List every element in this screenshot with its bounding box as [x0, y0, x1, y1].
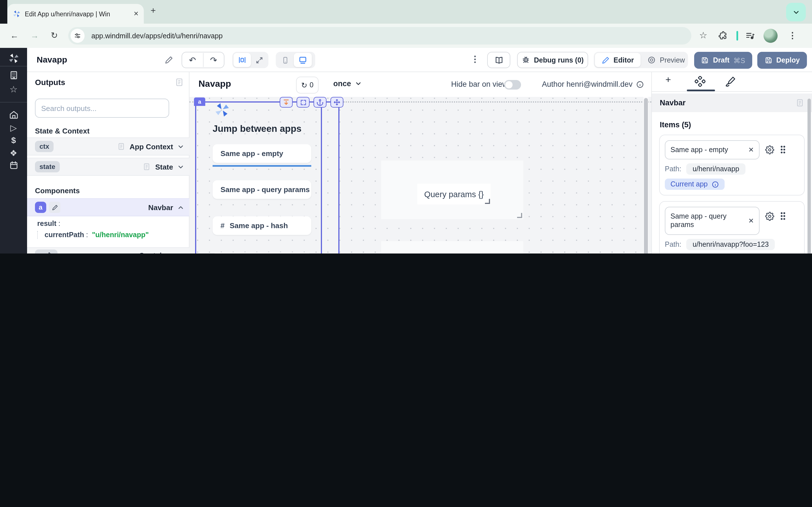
- item-path[interactable]: u/henri/navapp?foo=123: [686, 239, 775, 250]
- bookmark-star-icon[interactable]: ☆: [699, 31, 707, 41]
- centered-layout-button[interactable]: [234, 53, 251, 67]
- tab-search-button[interactable]: [786, 3, 806, 21]
- doc-icon[interactable]: [117, 143, 125, 151]
- state-badge: state: [35, 161, 60, 172]
- hide-bar-toggle[interactable]: [504, 80, 521, 90]
- address-bar[interactable]: app.windmill.dev/apps/edit/u/henri/navap…: [68, 27, 691, 45]
- sidebar-item-runs[interactable]: ▷: [0, 122, 27, 133]
- chevron-up-icon[interactable]: [177, 204, 185, 211]
- item-label-input[interactable]: Same app - empty ✕: [665, 140, 760, 159]
- browser-tab[interactable]: Edit App u/henri/navapp | Win ✕: [7, 4, 144, 24]
- chevron-down-icon[interactable]: [177, 143, 185, 150]
- anchor-component-button[interactable]: [313, 97, 326, 108]
- item-settings-gear-icon[interactable]: [765, 145, 774, 154]
- panel-doc-icon[interactable]: [796, 99, 804, 107]
- navbar-heading: Jump between apps: [213, 123, 301, 134]
- screen-corner: [0, 0, 7, 24]
- move-component-button[interactable]: [331, 97, 343, 108]
- output-row-ctx[interactable]: ctx App Context: [27, 137, 190, 156]
- chevron-down-icon: [354, 80, 362, 87]
- run-mode-dropdown[interactable]: once: [333, 79, 362, 88]
- docs-button[interactable]: [487, 52, 510, 68]
- state-context-header: State & Context: [35, 127, 90, 135]
- hash-container[interactable]: Hash:: [381, 241, 523, 253]
- chevron-down-icon: [792, 8, 800, 16]
- drag-guide-line: [338, 107, 340, 253]
- tab-component-settings-icon[interactable]: [695, 76, 705, 87]
- divider: [0, 66, 27, 66]
- chevron-down-icon[interactable]: [177, 251, 185, 253]
- url-text: app.windmill.dev/apps/edit/u/henri/navap…: [91, 32, 223, 40]
- avatar[interactable]: [763, 29, 777, 43]
- draft-button[interactable]: Draft ⌘S: [694, 52, 752, 69]
- fullwidth-layout-button[interactable]: [251, 53, 268, 67]
- nav-button-hash[interactable]: #Same app - hash: [213, 216, 311, 235]
- expand-down-button[interactable]: [280, 97, 293, 108]
- chevron-down-icon[interactable]: [177, 163, 185, 170]
- edit-title-pencil-icon[interactable]: [165, 56, 173, 64]
- desktop-view-button[interactable]: [294, 53, 312, 67]
- output-row-state[interactable]: state State: [27, 158, 190, 176]
- item-label-input[interactable]: Same app - query params ✕: [665, 207, 760, 235]
- sidebar-item-schedules[interactable]: [0, 161, 27, 170]
- new-tab-button[interactable]: +: [151, 6, 156, 16]
- clear-label-icon[interactable]: ✕: [748, 217, 754, 225]
- tab-close-icon[interactable]: ✕: [134, 10, 139, 17]
- doc-icon[interactable]: [143, 163, 151, 171]
- canvas-scrollbar[interactable]: [644, 97, 649, 253]
- undo-button[interactable]: ↶: [182, 53, 203, 67]
- sidebar-item-variables[interactable]: $: [0, 135, 27, 146]
- component-row-navbar[interactable]: a Navbar: [27, 198, 190, 216]
- windmill-logo[interactable]: [0, 52, 27, 64]
- redo-button[interactable]: ↷: [203, 53, 224, 67]
- drag-handle-icon[interactable]: [780, 145, 786, 154]
- info-icon[interactable]: [712, 180, 719, 188]
- nav-button-query-params[interactable]: Same app - query params: [213, 180, 311, 199]
- tab-styling-icon[interactable]: [725, 76, 736, 87]
- tab-editor[interactable]: Editor: [595, 53, 641, 67]
- refresh-count-button[interactable]: ↻ 0: [296, 76, 319, 94]
- drag-handle-icon[interactable]: [780, 212, 786, 220]
- item-path[interactable]: u/henri/navapp: [686, 163, 745, 175]
- nav-button-same-app-empty[interactable]: Same app - empty: [213, 144, 311, 163]
- more-menu-icon[interactable]: ⋮: [471, 54, 479, 64]
- component-settings-content: Items (5) Same app - empty ✕ Path: u/hen…: [652, 112, 812, 253]
- sidebar-item-workspace[interactable]: [0, 70, 27, 80]
- browser-menu-icon[interactable]: ⋮: [788, 31, 797, 41]
- site-settings-icon[interactable]: [70, 29, 85, 43]
- panel-scrollbar[interactable]: [807, 91, 812, 253]
- navbar-item-card: Same app - empty ✕ Path: u/henri/navapp …: [659, 135, 805, 195]
- component-settings-panel: + Navbar Items (5) Same app - empty ✕: [651, 72, 812, 253]
- debug-runs-button[interactable]: Debug runs (0): [517, 52, 588, 68]
- editor-preview-toggle: Editor Preview: [594, 52, 688, 68]
- playlist-icon[interactable]: [746, 31, 755, 41]
- component-result-tree: result : currentPath : "u/henri/navapp": [27, 220, 190, 239]
- forward-button[interactable]: →: [31, 31, 39, 41]
- sidebar-item-resources[interactable]: ❖: [0, 148, 27, 159]
- extensions-icon[interactable]: [718, 31, 728, 41]
- component-row-container-e[interactable]: e Container: [27, 247, 190, 253]
- resize-handle[interactable]: [517, 213, 522, 218]
- deploy-button[interactable]: Deploy: [757, 52, 807, 69]
- app-canvas[interactable]: a Jump between apps Same app - empty Sam…: [190, 97, 651, 253]
- search-input[interactable]: [35, 99, 169, 118]
- sidebar-item-home[interactable]: [0, 110, 27, 119]
- fullscreen-component-button[interactable]: [297, 97, 310, 108]
- info-icon[interactable]: [636, 80, 644, 88]
- sidebar-item-favorites[interactable]: ☆: [0, 84, 27, 95]
- back-button[interactable]: ←: [10, 31, 18, 41]
- hide-bar-label: Hide bar on view: [451, 80, 508, 89]
- component-id-badge: a: [35, 202, 46, 213]
- selection-border-right: [321, 101, 322, 253]
- rename-component-button[interactable]: [49, 202, 60, 213]
- item-settings-gear-icon[interactable]: [765, 212, 774, 221]
- query-params-container[interactable]: Query params {}: [381, 161, 523, 219]
- tab-preview[interactable]: Preview: [641, 53, 692, 67]
- nav-button-external-link[interactable]: External link: [213, 252, 311, 253]
- reload-button[interactable]: ↻: [51, 31, 58, 41]
- clear-label-icon[interactable]: ✕: [748, 146, 754, 154]
- panel-doc-icon[interactable]: [175, 78, 184, 87]
- tab-insert-component[interactable]: +: [665, 74, 671, 86]
- canvas-topbar: Navapp ↻ 0 once Hide bar on view Author …: [190, 72, 651, 98]
- mobile-view-button[interactable]: [277, 53, 294, 67]
